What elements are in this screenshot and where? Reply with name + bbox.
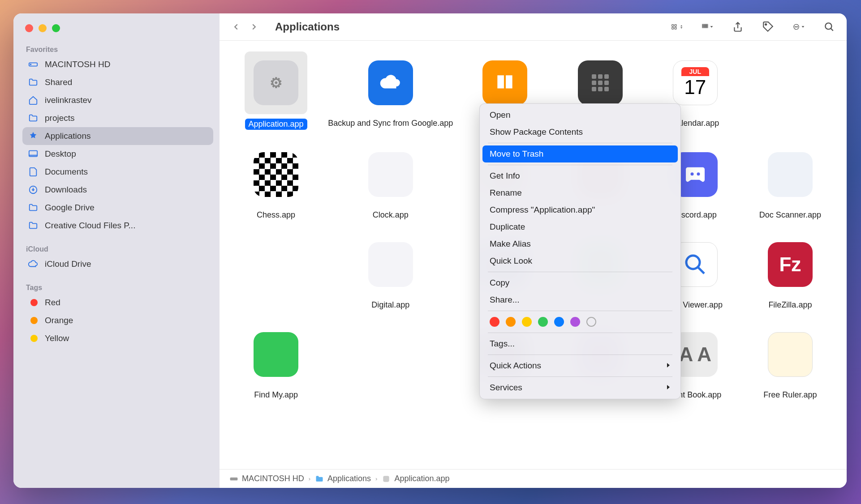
sidebar-item-desktop[interactable]: Desktop: [22, 145, 213, 163]
search-button[interactable]: [823, 21, 835, 33]
sidebar-item-label: Desktop: [45, 149, 76, 159]
hdd-icon: [229, 474, 238, 483]
sidebar-item-red[interactable]: Red: [22, 294, 213, 312]
sidebar-item-documents[interactable]: Documents: [22, 163, 213, 181]
menu-separator: [488, 272, 672, 272]
sidebar: FavoritesMACINTOSH HDSharedivelinkrastev…: [13, 13, 220, 488]
menu-item-make-alias[interactable]: Make Alias: [482, 235, 678, 252]
content-area[interactable]: ⚙Application.appBackup and Sync from Goo…: [220, 41, 847, 469]
menu-item-rename[interactable]: Rename: [482, 184, 678, 201]
app-label: Find My.app: [254, 390, 298, 400]
sidebar-item-orange[interactable]: Orange: [22, 312, 213, 329]
forward-button[interactable]: [249, 22, 259, 32]
menu-item-duplicate[interactable]: Duplicate: [482, 218, 678, 235]
chevron-right-icon: ›: [309, 475, 310, 482]
sidebar-item-creative-cloud-files-p-[interactable]: Creative Cloud Files P...: [22, 217, 213, 235]
app-label: Digital.app: [371, 300, 409, 310]
sidebar-item-label: projects: [45, 113, 75, 123]
tags-button[interactable]: [762, 21, 774, 33]
sidebar-item-label: Downloads: [45, 185, 87, 195]
apps-icon: [28, 131, 39, 141]
app-label: Doc Scanner.app: [759, 210, 821, 220]
svg-rect-14: [702, 26, 704, 28]
path-segment[interactable]: Applications: [315, 474, 371, 483]
sidebar-item-downloads[interactable]: Downloads: [22, 181, 213, 199]
maximize-window-button[interactable]: [52, 24, 60, 32]
app-item-chess-app[interactable]: Chess.app: [233, 143, 319, 220]
app-icon: [578, 60, 623, 105]
menu-item-label: Share...: [490, 295, 520, 305]
menu-item-copy[interactable]: Copy: [482, 274, 678, 291]
app-item-clock-app[interactable]: Clock.app: [328, 143, 453, 220]
sidebar-item-google-drive[interactable]: Google Drive: [22, 199, 213, 217]
app-item-filezilla-app[interactable]: FzFileZilla.app: [747, 233, 833, 310]
tag-color[interactable]: [490, 317, 499, 327]
menu-item-quick-look[interactable]: Quick Look: [482, 252, 678, 269]
sidebar-item-applications[interactable]: Applications: [22, 127, 213, 145]
tag-color-none[interactable]: [586, 317, 596, 327]
share-button[interactable]: [732, 21, 744, 33]
sidebar-section-header: Favorites: [22, 43, 213, 56]
svg-point-18: [765, 24, 766, 25]
app-icon: [368, 60, 413, 105]
sidebar-item-projects[interactable]: projects: [22, 109, 213, 127]
app-item-doc-scanner-app[interactable]: Doc Scanner.app: [747, 143, 833, 220]
tag-color[interactable]: [506, 317, 516, 327]
sidebar-item-label: Orange: [45, 316, 73, 325]
menu-item-open[interactable]: Open: [482, 107, 678, 124]
menu-item-services[interactable]: Services: [482, 379, 678, 396]
sidebar-item-icloud-drive[interactable]: iCloud Drive: [22, 255, 213, 273]
menu-item-move-to-trash[interactable]: Move to Trash: [482, 145, 678, 162]
path-segment[interactable]: MACINTOSH HD: [229, 474, 304, 483]
menu-item-compress-application-app-[interactable]: Compress "Application.app": [482, 201, 678, 218]
minimize-window-button[interactable]: [39, 24, 47, 32]
menu-item-tags-[interactable]: Tags...: [482, 335, 678, 352]
menu-item-quick-actions[interactable]: Quick Actions: [482, 357, 678, 374]
svg-line-25: [831, 28, 833, 30]
tag-color[interactable]: [522, 317, 532, 327]
path-segment[interactable]: Application.app: [382, 474, 449, 483]
app-label: FileZilla.app: [768, 300, 812, 310]
app-item-digital-app[interactable]: Digital.app: [328, 233, 453, 310]
app-item-free-ruler-app[interactable]: Free Ruler.app: [747, 323, 833, 400]
group-button[interactable]: [702, 21, 713, 33]
svg-rect-13: [706, 24, 708, 26]
app-icon-wrap: Fz: [759, 233, 822, 296]
app-icon-wrap: [245, 323, 307, 386]
app-icon-wrap: [759, 143, 822, 206]
tag-color[interactable]: [570, 317, 580, 327]
tag-color[interactable]: [538, 317, 548, 327]
app-item-find-my-app[interactable]: Find My.app: [233, 323, 319, 400]
app-item-backup-and-sync-from-google-app[interactable]: Backup and Sync from Google.app: [328, 51, 453, 130]
menu-item-label: Compress "Application.app": [490, 205, 595, 215]
svg-marker-23: [802, 26, 805, 27]
folder-icon: [28, 220, 39, 231]
sidebar-item-macintosh-hd[interactable]: MACINTOSH HD: [22, 56, 213, 73]
sidebar-item-ivelinkrastev[interactable]: ivelinkrastev: [22, 91, 213, 109]
app-item-application-app[interactable]: ⚙Application.app: [233, 51, 319, 130]
context-menu: OpenShow Package ContentsMove to TrashGe…: [479, 103, 681, 399]
more-button[interactable]: [793, 21, 805, 33]
chevron-right-icon: ›: [375, 475, 377, 482]
sidebar-item-label: Shared: [45, 77, 72, 87]
svg-point-24: [825, 23, 831, 29]
menu-item-get-info[interactable]: Get Info: [482, 167, 678, 184]
view-mode-button[interactable]: [671, 21, 683, 33]
app-icon: JUL17: [673, 60, 718, 105]
close-window-button[interactable]: [25, 24, 33, 32]
desktop-icon: [28, 149, 39, 159]
sidebar-item-yellow[interactable]: Yellow: [22, 329, 213, 347]
menu-separator: [488, 333, 672, 333]
svg-rect-11: [702, 24, 704, 26]
menu-item-label: Show Package Contents: [490, 127, 583, 137]
folder-icon: [28, 113, 39, 124]
svg-point-21: [796, 26, 796, 27]
path-label: Application.app: [394, 474, 449, 483]
menu-separator: [488, 165, 672, 165]
menu-item-share-[interactable]: Share...: [482, 291, 678, 308]
tag-color[interactable]: [554, 317, 564, 327]
menu-item-show-package-contents[interactable]: Show Package Contents: [482, 124, 678, 141]
app-icon: [368, 242, 413, 287]
sidebar-item-shared[interactable]: Shared: [22, 73, 213, 91]
back-button[interactable]: [231, 22, 241, 32]
